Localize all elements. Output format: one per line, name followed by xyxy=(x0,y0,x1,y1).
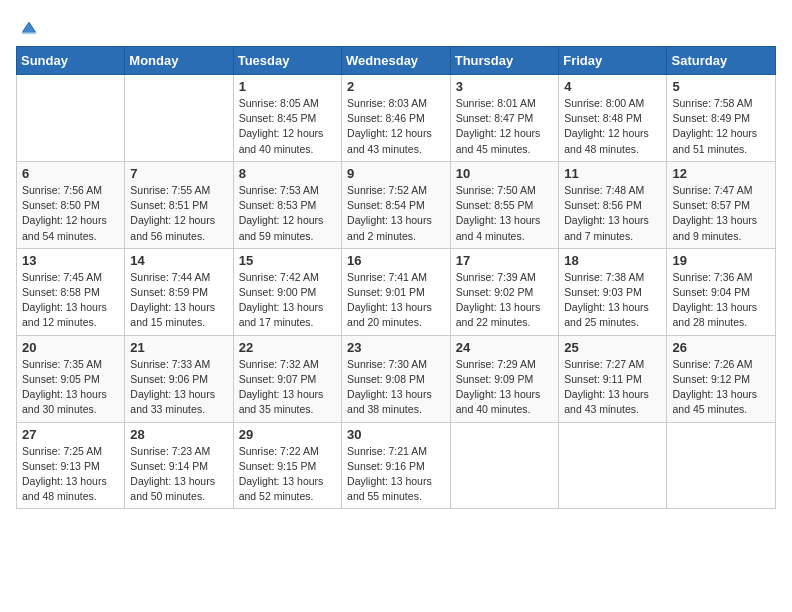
day-number: 24 xyxy=(456,340,553,355)
day-info: Sunrise: 7:33 AM Sunset: 9:06 PM Dayligh… xyxy=(130,357,227,418)
day-info: Sunrise: 7:21 AM Sunset: 9:16 PM Dayligh… xyxy=(347,444,445,505)
day-number: 25 xyxy=(564,340,661,355)
calendar-cell: 4Sunrise: 8:00 AM Sunset: 8:48 PM Daylig… xyxy=(559,75,667,162)
day-info: Sunrise: 7:55 AM Sunset: 8:51 PM Dayligh… xyxy=(130,183,227,244)
logo-icon xyxy=(18,16,40,38)
day-info: Sunrise: 8:01 AM Sunset: 8:47 PM Dayligh… xyxy=(456,96,553,157)
day-info: Sunrise: 7:32 AM Sunset: 9:07 PM Dayligh… xyxy=(239,357,336,418)
header-monday: Monday xyxy=(125,47,233,75)
day-info: Sunrise: 8:05 AM Sunset: 8:45 PM Dayligh… xyxy=(239,96,336,157)
day-info: Sunrise: 7:29 AM Sunset: 9:09 PM Dayligh… xyxy=(456,357,553,418)
day-number: 13 xyxy=(22,253,119,268)
calendar-cell: 22Sunrise: 7:32 AM Sunset: 9:07 PM Dayli… xyxy=(233,335,341,422)
day-number: 14 xyxy=(130,253,227,268)
day-info: Sunrise: 7:26 AM Sunset: 9:12 PM Dayligh… xyxy=(672,357,770,418)
calendar-cell xyxy=(559,422,667,509)
day-info: Sunrise: 7:44 AM Sunset: 8:59 PM Dayligh… xyxy=(130,270,227,331)
day-info: Sunrise: 7:22 AM Sunset: 9:15 PM Dayligh… xyxy=(239,444,336,505)
day-number: 5 xyxy=(672,79,770,94)
calendar-cell: 30Sunrise: 7:21 AM Sunset: 9:16 PM Dayli… xyxy=(342,422,451,509)
day-info: Sunrise: 8:00 AM Sunset: 8:48 PM Dayligh… xyxy=(564,96,661,157)
day-info: Sunrise: 7:45 AM Sunset: 8:58 PM Dayligh… xyxy=(22,270,119,331)
day-number: 8 xyxy=(239,166,336,181)
calendar-cell xyxy=(125,75,233,162)
calendar-cell: 20Sunrise: 7:35 AM Sunset: 9:05 PM Dayli… xyxy=(17,335,125,422)
calendar-cell: 6Sunrise: 7:56 AM Sunset: 8:50 PM Daylig… xyxy=(17,161,125,248)
day-number: 7 xyxy=(130,166,227,181)
day-number: 22 xyxy=(239,340,336,355)
day-number: 6 xyxy=(22,166,119,181)
day-number: 17 xyxy=(456,253,553,268)
calendar-cell xyxy=(667,422,776,509)
week-row-2: 13Sunrise: 7:45 AM Sunset: 8:58 PM Dayli… xyxy=(17,248,776,335)
calendar-cell: 2Sunrise: 8:03 AM Sunset: 8:46 PM Daylig… xyxy=(342,75,451,162)
week-row-3: 20Sunrise: 7:35 AM Sunset: 9:05 PM Dayli… xyxy=(17,335,776,422)
day-info: Sunrise: 7:50 AM Sunset: 8:55 PM Dayligh… xyxy=(456,183,553,244)
calendar-cell: 14Sunrise: 7:44 AM Sunset: 8:59 PM Dayli… xyxy=(125,248,233,335)
day-info: Sunrise: 7:52 AM Sunset: 8:54 PM Dayligh… xyxy=(347,183,445,244)
calendar-cell: 10Sunrise: 7:50 AM Sunset: 8:55 PM Dayli… xyxy=(450,161,558,248)
day-info: Sunrise: 7:27 AM Sunset: 9:11 PM Dayligh… xyxy=(564,357,661,418)
calendar-cell: 15Sunrise: 7:42 AM Sunset: 9:00 PM Dayli… xyxy=(233,248,341,335)
calendar-cell: 21Sunrise: 7:33 AM Sunset: 9:06 PM Dayli… xyxy=(125,335,233,422)
week-row-4: 27Sunrise: 7:25 AM Sunset: 9:13 PM Dayli… xyxy=(17,422,776,509)
calendar-header-row: SundayMondayTuesdayWednesdayThursdayFrid… xyxy=(17,47,776,75)
calendar-cell: 1Sunrise: 8:05 AM Sunset: 8:45 PM Daylig… xyxy=(233,75,341,162)
calendar-cell: 25Sunrise: 7:27 AM Sunset: 9:11 PM Dayli… xyxy=(559,335,667,422)
calendar-cell: 24Sunrise: 7:29 AM Sunset: 9:09 PM Dayli… xyxy=(450,335,558,422)
calendar-cell: 16Sunrise: 7:41 AM Sunset: 9:01 PM Dayli… xyxy=(342,248,451,335)
day-number: 19 xyxy=(672,253,770,268)
day-number: 27 xyxy=(22,427,119,442)
day-info: Sunrise: 7:38 AM Sunset: 9:03 PM Dayligh… xyxy=(564,270,661,331)
header-thursday: Thursday xyxy=(450,47,558,75)
calendar-cell: 29Sunrise: 7:22 AM Sunset: 9:15 PM Dayli… xyxy=(233,422,341,509)
day-info: Sunrise: 7:53 AM Sunset: 8:53 PM Dayligh… xyxy=(239,183,336,244)
day-number: 23 xyxy=(347,340,445,355)
day-number: 15 xyxy=(239,253,336,268)
day-number: 20 xyxy=(22,340,119,355)
day-number: 2 xyxy=(347,79,445,94)
week-row-1: 6Sunrise: 7:56 AM Sunset: 8:50 PM Daylig… xyxy=(17,161,776,248)
day-info: Sunrise: 7:58 AM Sunset: 8:49 PM Dayligh… xyxy=(672,96,770,157)
header-saturday: Saturday xyxy=(667,47,776,75)
day-number: 16 xyxy=(347,253,445,268)
day-number: 21 xyxy=(130,340,227,355)
header-sunday: Sunday xyxy=(17,47,125,75)
calendar: SundayMondayTuesdayWednesdayThursdayFrid… xyxy=(16,46,776,509)
calendar-cell: 17Sunrise: 7:39 AM Sunset: 9:02 PM Dayli… xyxy=(450,248,558,335)
day-info: Sunrise: 7:36 AM Sunset: 9:04 PM Dayligh… xyxy=(672,270,770,331)
day-number: 10 xyxy=(456,166,553,181)
calendar-cell: 7Sunrise: 7:55 AM Sunset: 8:51 PM Daylig… xyxy=(125,161,233,248)
day-number: 26 xyxy=(672,340,770,355)
day-info: Sunrise: 7:25 AM Sunset: 9:13 PM Dayligh… xyxy=(22,444,119,505)
day-number: 18 xyxy=(564,253,661,268)
day-number: 3 xyxy=(456,79,553,94)
header-friday: Friday xyxy=(559,47,667,75)
svg-marker-1 xyxy=(22,23,37,34)
day-info: Sunrise: 7:23 AM Sunset: 9:14 PM Dayligh… xyxy=(130,444,227,505)
day-number: 1 xyxy=(239,79,336,94)
day-number: 28 xyxy=(130,427,227,442)
calendar-cell: 3Sunrise: 8:01 AM Sunset: 8:47 PM Daylig… xyxy=(450,75,558,162)
day-number: 12 xyxy=(672,166,770,181)
header-wednesday: Wednesday xyxy=(342,47,451,75)
calendar-cell: 11Sunrise: 7:48 AM Sunset: 8:56 PM Dayli… xyxy=(559,161,667,248)
week-row-0: 1Sunrise: 8:05 AM Sunset: 8:45 PM Daylig… xyxy=(17,75,776,162)
calendar-cell: 8Sunrise: 7:53 AM Sunset: 8:53 PM Daylig… xyxy=(233,161,341,248)
calendar-cell: 28Sunrise: 7:23 AM Sunset: 9:14 PM Dayli… xyxy=(125,422,233,509)
calendar-cell: 23Sunrise: 7:30 AM Sunset: 9:08 PM Dayli… xyxy=(342,335,451,422)
calendar-cell: 9Sunrise: 7:52 AM Sunset: 8:54 PM Daylig… xyxy=(342,161,451,248)
day-info: Sunrise: 7:56 AM Sunset: 8:50 PM Dayligh… xyxy=(22,183,119,244)
day-info: Sunrise: 7:42 AM Sunset: 9:00 PM Dayligh… xyxy=(239,270,336,331)
day-number: 11 xyxy=(564,166,661,181)
calendar-cell: 19Sunrise: 7:36 AM Sunset: 9:04 PM Dayli… xyxy=(667,248,776,335)
header xyxy=(16,16,776,38)
day-number: 30 xyxy=(347,427,445,442)
day-info: Sunrise: 7:39 AM Sunset: 9:02 PM Dayligh… xyxy=(456,270,553,331)
calendar-cell: 13Sunrise: 7:45 AM Sunset: 8:58 PM Dayli… xyxy=(17,248,125,335)
logo xyxy=(16,16,40,38)
day-info: Sunrise: 7:47 AM Sunset: 8:57 PM Dayligh… xyxy=(672,183,770,244)
day-number: 9 xyxy=(347,166,445,181)
day-info: Sunrise: 7:48 AM Sunset: 8:56 PM Dayligh… xyxy=(564,183,661,244)
calendar-cell: 5Sunrise: 7:58 AM Sunset: 8:49 PM Daylig… xyxy=(667,75,776,162)
